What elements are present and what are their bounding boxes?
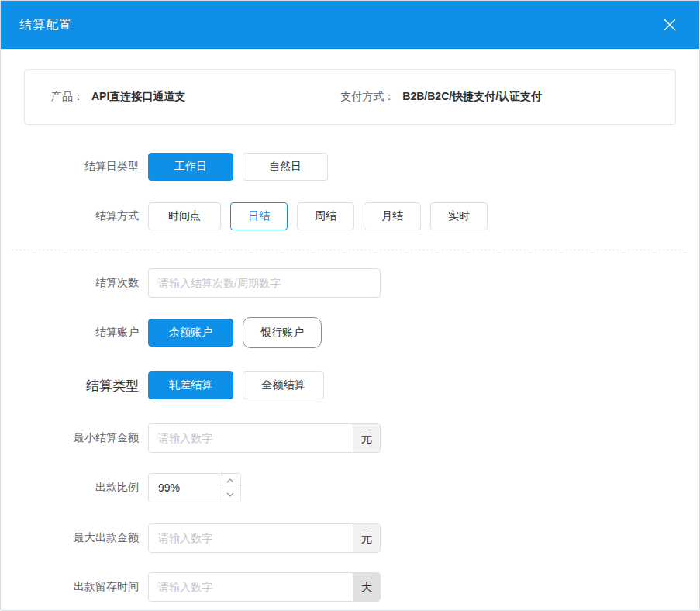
settle-method-row: 结算方式 时间点 日结 周结 月结 实时 bbox=[24, 201, 676, 232]
option-workday[interactable]: 工作日 bbox=[148, 153, 233, 181]
max-payout-amount-group: 元 bbox=[148, 523, 381, 553]
unit-yuan-suffix: 元 bbox=[353, 524, 380, 552]
min-settle-amount-group: 元 bbox=[148, 423, 381, 453]
option-weekly[interactable]: 周结 bbox=[297, 202, 354, 230]
dialog-header: 结算配置 bbox=[1, 1, 699, 49]
payout-ratio-stepper bbox=[219, 474, 240, 502]
payout-ratio-input[interactable] bbox=[149, 474, 219, 502]
product-label: 产品： bbox=[51, 90, 84, 104]
payment-method-group: 支付方式： B2B/B2C/快捷支付/认证支付 bbox=[340, 90, 542, 104]
settle-type-row: 结算类型 轧差结算 全额结算 bbox=[24, 370, 676, 401]
product-group: 产品： API直连接口通道支 bbox=[51, 90, 185, 104]
product-value: API直连接口通道支 bbox=[91, 90, 185, 104]
unit-day-suffix: 天 bbox=[353, 573, 380, 601]
option-natural-day[interactable]: 自然日 bbox=[243, 153, 328, 181]
stepper-up-icon[interactable] bbox=[219, 474, 240, 488]
payout-ratio-row: 出款比例 bbox=[24, 472, 676, 503]
settle-account-row: 结算账户 余额账户 银行账户 bbox=[24, 317, 676, 348]
payout-retention-label: 出款留存时间 bbox=[24, 580, 139, 594]
min-settle-amount-row: 最小结算金额 元 bbox=[24, 423, 676, 454]
payout-retention-input[interactable] bbox=[149, 573, 353, 601]
stepper-down-icon[interactable] bbox=[219, 488, 240, 502]
settle-method-label: 结算方式 bbox=[24, 209, 139, 223]
settle-type-label: 结算类型 bbox=[24, 377, 139, 395]
max-payout-amount-row: 最大出款金额 元 bbox=[24, 523, 676, 554]
settle-count-row: 结算次数 bbox=[24, 268, 676, 299]
max-payout-amount-label: 最大出款金额 bbox=[24, 531, 139, 545]
payment-method-value: B2B/B2C/快捷支付/认证支付 bbox=[402, 90, 542, 104]
product-summary-box: 产品： API直连接口通道支 支付方式： B2B/B2C/快捷支付/认证支付 bbox=[24, 69, 676, 125]
settle-count-input[interactable] bbox=[148, 268, 381, 298]
settlement-config-dialog: 结算配置 产品： API直连接口通道支 支付方式： B2B/B2C/快捷支付/认… bbox=[0, 0, 700, 611]
option-daily[interactable]: 日结 bbox=[230, 202, 288, 230]
close-icon[interactable] bbox=[662, 17, 678, 33]
settle-day-type-label: 结算日类型 bbox=[24, 160, 139, 174]
payout-ratio-label: 出款比例 bbox=[24, 481, 139, 495]
min-settle-amount-label: 最小结算金额 bbox=[24, 431, 139, 445]
unit-yuan-suffix: 元 bbox=[353, 424, 380, 452]
option-net-settlement[interactable]: 轧差结算 bbox=[148, 371, 233, 399]
option-balance-account[interactable]: 余额账户 bbox=[148, 319, 233, 347]
option-monthly[interactable]: 月结 bbox=[364, 202, 421, 230]
option-full-settlement[interactable]: 全额结算 bbox=[243, 371, 324, 399]
settle-day-type-row: 结算日类型 工作日 自然日 bbox=[24, 151, 676, 182]
option-realtime[interactable]: 实时 bbox=[430, 202, 488, 230]
payment-method-label: 支付方式： bbox=[340, 90, 395, 104]
option-bank-account[interactable]: 银行账户 bbox=[243, 317, 322, 348]
payout-retention-row: 出款留存时间 天 bbox=[24, 571, 676, 602]
dialog-title: 结算配置 bbox=[19, 17, 72, 33]
payout-ratio-group bbox=[148, 473, 241, 502]
dashed-divider bbox=[12, 250, 688, 250]
min-settle-amount-input[interactable] bbox=[149, 424, 353, 452]
settle-account-label: 结算账户 bbox=[24, 326, 139, 340]
option-time-point[interactable]: 时间点 bbox=[148, 202, 221, 230]
payout-retention-group: 天 bbox=[148, 572, 381, 602]
max-payout-amount-input[interactable] bbox=[149, 524, 353, 552]
settle-count-label: 结算次数 bbox=[24, 276, 139, 290]
